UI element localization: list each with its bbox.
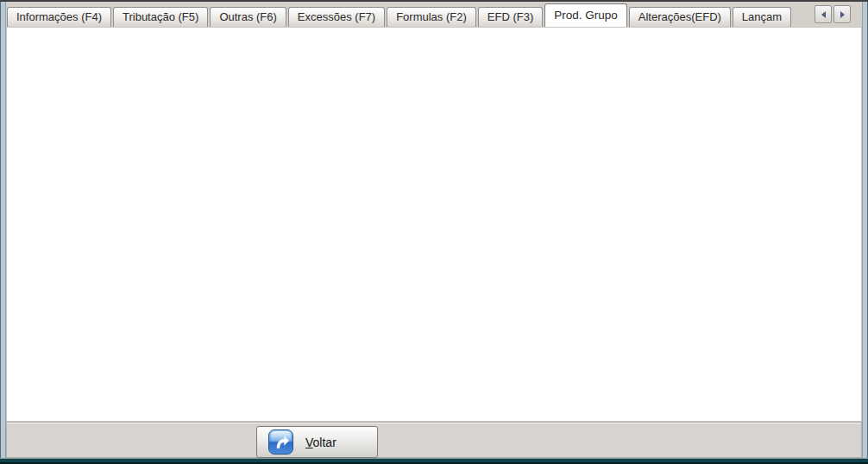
tab-bar-tabs: Informações (F4) Tributação (F5) Outras … <box>7 2 862 27</box>
tab-informa-es-f4[interactable]: Informações (F4) <box>7 7 111 27</box>
back-arrow-icon <box>268 430 293 455</box>
bottom-panel: Voltar <box>6 422 862 458</box>
tab-formulas-f2[interactable]: Formulas (F2) <box>387 7 476 27</box>
tab-label: Prod. Grupo <box>554 9 618 22</box>
tab-efd-f3[interactable]: EFD (F3) <box>478 7 543 27</box>
voltar-button-label: Voltar <box>305 436 337 449</box>
tab-prod-grupo[interactable]: Prod. Grupo <box>544 3 627 27</box>
tab-outras-f6[interactable]: Outras (F6) <box>210 7 286 27</box>
voltar-button[interactable]: Voltar <box>256 426 378 458</box>
window-frame-left <box>0 2 6 458</box>
tab-label: Alterações(EFD) <box>638 10 721 23</box>
tab-scroller <box>815 5 851 23</box>
tab-bar: Informações (F4) Tributação (F5) Outras … <box>6 2 862 27</box>
tab-label: Informações (F4) <box>16 10 102 23</box>
tab-label: Formulas (F2) <box>396 10 467 23</box>
tab-scroll-left-button[interactable] <box>815 5 832 23</box>
tab-label: Excessões (F7) <box>298 10 375 23</box>
tab-label: Lançam <box>742 10 782 23</box>
window-frame-right <box>862 2 868 458</box>
tab-excess-es-f7[interactable]: Excessões (F7) <box>288 7 385 27</box>
tab-scroll-right-button[interactable] <box>833 5 851 23</box>
tab-lan-am[interactable]: Lançam <box>733 7 791 27</box>
tab-label: Tributação (F5) <box>123 10 198 23</box>
tab-altera-es-efd[interactable]: Alterações(EFD) <box>629 7 731 27</box>
tab-label: Outras (F6) <box>219 10 276 23</box>
app-window: Informações (F4) Tributação (F5) Outras … <box>0 0 868 464</box>
tab-scroll-left-icon <box>821 11 826 18</box>
tab-page-prod-grupo <box>6 27 862 422</box>
tab-tributa-o-f5[interactable]: Tributação (F5) <box>113 7 208 27</box>
tab-label: EFD (F3) <box>487 10 533 23</box>
tab-scroll-right-icon <box>840 11 845 18</box>
window-frame-bottom <box>0 458 868 464</box>
